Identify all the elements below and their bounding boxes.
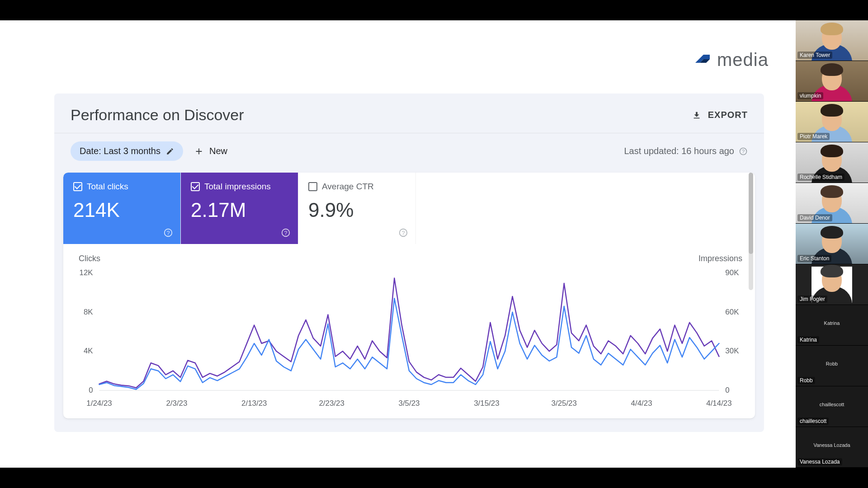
help-icon[interactable]: ? [398, 228, 408, 238]
zoom-participant-strip: Karen Tower vlumpkin Piotr [796, 20, 868, 468]
svg-text:?: ? [401, 230, 405, 236]
svg-text:4/14/23: 4/14/23 [706, 399, 731, 408]
participant-name-center: Vanessa Lozada [813, 442, 850, 448]
right-axis-title: Impressions [698, 254, 742, 263]
participant-tile[interactable]: Robb Robb [796, 346, 868, 386]
panel-title: Performance on Discover [71, 106, 244, 124]
svg-text:4/4/23: 4/4/23 [631, 399, 652, 408]
card-scrollbar-thumb[interactable] [749, 173, 753, 254]
help-icon[interactable]: ? [163, 228, 173, 238]
metric-label: Total impressions [204, 182, 271, 192]
participant-name: Jim Fogler [797, 296, 827, 303]
svg-text:2/13/23: 2/13/23 [241, 399, 267, 408]
panel-header: Performance on Discover EXPORT [54, 94, 764, 133]
brand-mark-icon [693, 51, 712, 69]
participant-tile[interactable]: Karen Tower [796, 20, 868, 61]
metric-value: 9.9% [308, 199, 406, 221]
help-icon[interactable]: ? [281, 228, 291, 238]
participant-name-center: chaillescott [820, 402, 844, 407]
metric-row: Total clicks 214K ? Total impressions 2.… [63, 173, 755, 244]
svg-text:3/5/23: 3/5/23 [399, 399, 420, 408]
checkbox-icon [73, 182, 82, 191]
metric-label: Average CTR [322, 182, 374, 192]
performance-panel: Performance on Discover EXPORT Date: Las… [54, 94, 764, 432]
participant-tile[interactable]: Piotr Marek [796, 102, 868, 142]
add-filter-button[interactable]: New [194, 146, 227, 156]
svg-text:8K: 8K [84, 308, 93, 316]
left-axis-title: Clicks [79, 254, 100, 263]
pencil-icon [166, 147, 174, 155]
participant-name: Karen Tower [797, 52, 832, 59]
participant-name: Piotr Marek [797, 133, 830, 140]
participant-name: Robb [797, 377, 815, 384]
svg-text:3/15/23: 3/15/23 [474, 399, 499, 408]
participant-name: Vanessa Lozada [797, 458, 842, 465]
plus-icon [194, 146, 204, 156]
date-chip-label: Date: Last 3 months [80, 146, 160, 156]
brand-logo: media [693, 50, 769, 70]
participant-name: Katrina [797, 336, 819, 343]
metric-label: Total clicks [87, 182, 128, 192]
svg-text:30K: 30K [725, 347, 739, 355]
participant-name: Eric Stanton [797, 255, 831, 262]
participant-tile[interactable]: vlumpkin [796, 61, 868, 102]
participant-name: David Denor [797, 214, 832, 221]
participant-tile[interactable]: chaillescott chaillescott [796, 386, 868, 427]
participant-tile[interactable]: Rochelle Stidham [796, 142, 868, 183]
participant-tile[interactable]: Jim Fogler [796, 264, 868, 305]
export-label: EXPORT [708, 110, 748, 120]
help-icon[interactable]: ? [739, 147, 748, 156]
metric-total-clicks[interactable]: Total clicks 214K ? [63, 173, 181, 244]
last-updated-text: Last updated: 16 hours ago [624, 146, 734, 156]
participant-tile[interactable]: Vanessa Lozada Vanessa Lozada [796, 427, 868, 468]
svg-text:?: ? [166, 230, 170, 236]
new-filter-label: New [209, 146, 227, 156]
last-updated: Last updated: 16 hours ago ? [624, 146, 748, 156]
export-button[interactable]: EXPORT [692, 110, 748, 120]
svg-text:90K: 90K [725, 268, 739, 277]
filter-left: Date: Last 3 months New [71, 141, 227, 161]
filter-row: Date: Last 3 months New Last updated: 16… [54, 133, 764, 173]
metric-value: 2.17M [191, 199, 288, 221]
performance-chart[interactable]: 04K8K12K030K60K90K1/24/232/3/232/13/232/… [68, 251, 750, 414]
svg-text:0: 0 [89, 386, 93, 394]
participant-tile[interactable]: David Denor [796, 183, 868, 224]
svg-text:2/3/23: 2/3/23 [166, 399, 187, 408]
date-chip[interactable]: Date: Last 3 months [71, 141, 183, 161]
download-icon [692, 110, 702, 120]
svg-text:12K: 12K [80, 268, 94, 277]
participant-name: vlumpkin [797, 92, 823, 99]
screenshare-stage: media Performance on Discover EXPORT Dat… [0, 20, 796, 468]
brand-name: media [717, 50, 769, 70]
participant-name: chaillescott [797, 418, 829, 425]
metrics-card: Total clicks 214K ? Total impressions 2.… [63, 173, 755, 418]
chart-area: Clicks Impressions 04K8K12K030K60K90K1/2… [63, 244, 755, 418]
participant-tile[interactable]: Katrina Katrina [796, 305, 868, 346]
svg-text:4K: 4K [84, 347, 93, 355]
participant-tile[interactable]: Eric Stanton [796, 224, 868, 264]
participant-name-center: Robb [826, 361, 838, 366]
participant-name: Rochelle Stidham [797, 174, 844, 181]
checkbox-icon [191, 182, 200, 191]
metric-total-impressions[interactable]: Total impressions 2.17M ? [181, 173, 298, 244]
svg-text:?: ? [742, 148, 745, 154]
svg-text:2/23/23: 2/23/23 [319, 399, 344, 408]
svg-text:60K: 60K [725, 308, 739, 316]
svg-text:?: ? [284, 230, 287, 236]
svg-text:3/25/23: 3/25/23 [552, 399, 577, 408]
metric-value: 214K [73, 199, 170, 221]
metric-average-ctr[interactable]: Average CTR 9.9% ? [298, 173, 416, 244]
svg-text:1/24/23: 1/24/23 [86, 399, 112, 408]
checkbox-icon [308, 182, 317, 191]
svg-text:0: 0 [725, 386, 729, 394]
participant-name-center: Katrina [824, 320, 840, 326]
